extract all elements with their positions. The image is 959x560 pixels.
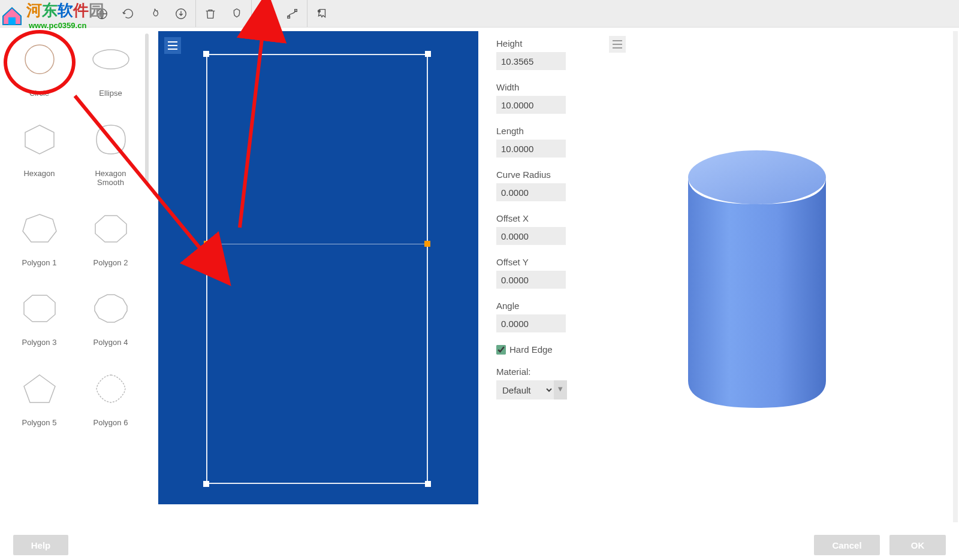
width-label: Width <box>496 82 598 92</box>
shape-label: Polygon 2 <box>94 258 128 268</box>
svg-point-5 <box>318 10 321 12</box>
svg-point-7 <box>93 50 129 69</box>
svg-marker-9 <box>23 214 56 242</box>
svg-marker-12 <box>95 295 127 322</box>
canvas-shape-bounds[interactable] <box>206 54 428 484</box>
preview-3d[interactable] <box>604 28 959 530</box>
handle-bottom-left[interactable] <box>203 481 209 487</box>
footer: Help Cancel OK <box>0 530 959 560</box>
shape-label: Hexagon Smooth <box>95 169 126 187</box>
offset-y-label: Offset Y <box>496 257 598 267</box>
shape-ellipse[interactable]: Ellipse <box>75 36 146 98</box>
width-input[interactable] <box>496 96 566 114</box>
svg-marker-13 <box>24 375 55 402</box>
svg-point-14 <box>688 150 826 204</box>
material-select[interactable]: Default <box>496 380 554 399</box>
canvas-menu-icon[interactable] <box>164 37 181 54</box>
path-icon[interactable] <box>259 7 273 21</box>
properties-panel: Height Width Length Curve Radius Offset … <box>478 28 604 530</box>
shape-label: Ellipse <box>99 89 122 98</box>
shape-label: Polygon 1 <box>22 258 57 268</box>
height-label: Height <box>496 38 598 49</box>
right-scrollbar[interactable] <box>953 31 958 522</box>
shape-label: Polygon 3 <box>22 338 57 347</box>
svg-marker-10 <box>95 216 126 242</box>
shapes-panel: Circle Ellipse Hexagon Hexagon Smooth Po… <box>0 28 150 530</box>
toolbar <box>0 0 959 28</box>
svg-point-6 <box>25 45 54 74</box>
curve-radius-input[interactable] <box>496 183 566 201</box>
curve-node-icon[interactable] <box>285 7 300 21</box>
shape-label: Polygon 5 <box>22 418 57 428</box>
tool-fire-icon[interactable] <box>147 7 162 21</box>
curve-radius-label: Curve Radius <box>496 169 598 180</box>
angle-input[interactable] <box>496 314 566 332</box>
ok-button[interactable]: OK <box>889 535 946 555</box>
tool-reload-icon[interactable] <box>121 7 135 21</box>
hard-edge-checkbox[interactable] <box>496 345 506 355</box>
shape-circle[interactable]: Circle <box>4 36 75 98</box>
svg-marker-11 <box>24 295 55 322</box>
material-label: Material: <box>496 367 598 377</box>
tool-globe-icon[interactable] <box>95 7 109 21</box>
shape-label: Circle <box>29 89 49 98</box>
handle-top-left[interactable] <box>203 51 209 57</box>
handle-bottom-right[interactable] <box>425 481 431 487</box>
trash-icon[interactable] <box>203 7 218 21</box>
preview-menu-icon[interactable] <box>609 36 626 53</box>
shape-label: Polygon 6 <box>94 418 128 428</box>
hard-edge-label: Hard Edge <box>509 344 553 355</box>
handle-top-right[interactable] <box>425 51 431 57</box>
shape-icon[interactable] <box>230 7 244 21</box>
handle-mid-right[interactable] <box>424 241 430 247</box>
angle-label: Angle <box>496 301 598 311</box>
canvas-area <box>150 28 478 530</box>
canvas-midline <box>206 244 428 244</box>
shape-polygon-1[interactable]: Polygon 1 <box>4 205 75 268</box>
shape-hexagon[interactable]: Hexagon <box>4 116 75 187</box>
shape-hexagon-smooth[interactable]: Hexagon Smooth <box>75 116 146 187</box>
shape-label: Polygon 4 <box>94 338 128 347</box>
shape-polygon-2[interactable]: Polygon 2 <box>75 205 146 268</box>
shape-polygon-6[interactable]: Polygon 6 <box>75 365 146 428</box>
shape-polygon-3[interactable]: Polygon 3 <box>4 285 75 347</box>
cancel-button[interactable]: Cancel <box>814 535 880 555</box>
cylinder-preview <box>676 135 838 417</box>
tool-download-icon[interactable] <box>174 7 188 21</box>
help-button[interactable]: Help <box>13 535 68 555</box>
chevron-down-icon[interactable]: ▾ <box>554 380 567 399</box>
svg-marker-8 <box>25 125 54 154</box>
length-input[interactable] <box>496 140 566 158</box>
offset-y-input[interactable] <box>496 271 566 289</box>
canvas-2d[interactable] <box>158 31 478 504</box>
offset-x-input[interactable] <box>496 227 566 245</box>
shape-polygon-4[interactable]: Polygon 4 <box>75 285 146 347</box>
export-icon[interactable] <box>315 7 329 21</box>
height-input[interactable] <box>496 52 566 70</box>
length-label: Length <box>496 126 598 136</box>
shape-label: Hexagon <box>23 169 55 178</box>
offset-x-label: Offset X <box>496 213 598 223</box>
shapes-scrollbar[interactable] <box>145 34 149 183</box>
shape-polygon-5[interactable]: Polygon 5 <box>4 365 75 428</box>
handle-mid-left[interactable] <box>204 241 210 247</box>
